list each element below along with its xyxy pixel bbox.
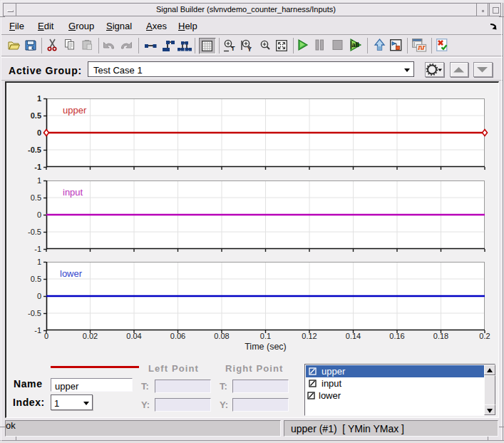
svg-text:-1: -1 <box>34 245 41 253</box>
svg-text:1: 1 <box>37 94 41 103</box>
svg-text:0.08: 0.08 <box>214 332 229 340</box>
svg-text:0.16: 0.16 <box>389 332 404 340</box>
svg-text:-0.5: -0.5 <box>28 146 41 154</box>
svg-text:0.5: 0.5 <box>31 275 41 283</box>
svg-text:1: 1 <box>37 176 41 185</box>
svg-text:-1: -1 <box>34 326 41 335</box>
svg-text:1: 1 <box>37 258 41 266</box>
svg-text:0.14: 0.14 <box>346 332 361 340</box>
svg-text:0: 0 <box>37 292 41 300</box>
svg-text:-0.5: -0.5 <box>28 228 41 236</box>
svg-text:0.04: 0.04 <box>126 332 141 340</box>
svg-text:0.06: 0.06 <box>170 332 185 340</box>
svg-text:Time (sec): Time (sec) <box>245 342 287 352</box>
svg-text:0.1: 0.1 <box>260 332 271 340</box>
svg-text:0.2: 0.2 <box>479 332 490 340</box>
svg-text:-0.5: -0.5 <box>28 309 41 317</box>
svg-text:0.12: 0.12 <box>302 332 317 340</box>
svg-text:0.5: 0.5 <box>31 111 41 120</box>
svg-text:-1: -1 <box>34 163 41 171</box>
svg-text:0.5: 0.5 <box>31 193 41 202</box>
svg-text:0: 0 <box>44 332 48 340</box>
svg-text:0: 0 <box>37 210 41 219</box>
svg-text:0.18: 0.18 <box>433 332 448 340</box>
svg-text:0: 0 <box>37 128 41 137</box>
svg-text:0.02: 0.02 <box>83 332 98 340</box>
